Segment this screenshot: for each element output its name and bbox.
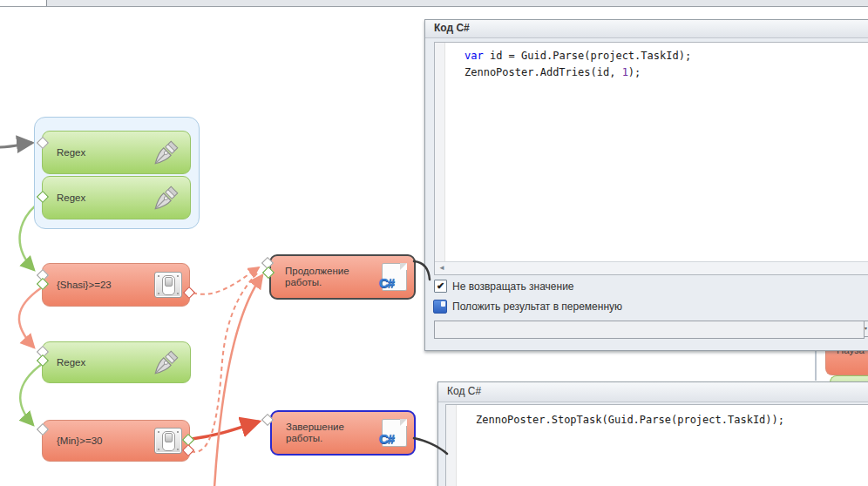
node-pause-partial[interactable]: Пауза: [825, 351, 868, 375]
code-line-2: ZennoPoster.AddTries(id, 1);: [465, 64, 865, 81]
wire-shasi-regex3[interactable]: [19, 287, 42, 348]
wire-bottom-continue[interactable]: [214, 275, 262, 486]
code-line-1: var id = Guid.Parse(project.TaskId);: [465, 48, 865, 64]
node-continue-work[interactable]: Продолжение работы. C#: [269, 254, 416, 300]
horizontal-scrollbar[interactable]: ◄: [435, 261, 868, 274]
code-line-1: ZennoPoster.StopTask(Guid.Parse(project.…: [476, 412, 865, 429]
put-result-row[interactable]: Положить результат в переменную: [433, 300, 622, 314]
checkbox-row-no-return[interactable]: ✔ Не возвращать значение: [434, 280, 574, 293]
node-regex-3[interactable]: Regex: [42, 341, 191, 383]
scroll-left-icon[interactable]: ◄: [438, 264, 445, 272]
panel-title: Код C#: [438, 382, 868, 402]
code-gutter: [446, 405, 457, 486]
code-content[interactable]: var id = Guid.Parse(project.TaskId); Zen…: [445, 43, 868, 274]
node-regex-2[interactable]: Regex: [42, 176, 191, 219]
code-editor-top[interactable]: var id = Guid.Parse(project.TaskId); Zen…: [434, 42, 868, 275]
node-if-shasi[interactable]: {Shasi}>=23: [42, 263, 190, 307]
checkbox-label: Не возвращать значение: [452, 280, 574, 293]
node-if-min[interactable]: {Min}>=30: [42, 420, 190, 462]
node-finish-work[interactable]: Завершение работы. C#: [270, 410, 416, 456]
switch-icon: [154, 272, 182, 298]
panel-code-csharp-top: Код C# var id = Guid.Parse(project.TaskI…: [424, 19, 868, 351]
node-label: Regex: [57, 147, 85, 159]
wire-in-regex1[interactable]: [0, 143, 32, 147]
switch-icon: [154, 428, 182, 454]
result-variable-input[interactable]: [434, 321, 865, 339]
csharp-file-icon: C#: [382, 419, 407, 447]
node-label: Продолжение работы.: [285, 266, 349, 288]
panel-title: Код C#: [425, 20, 868, 38]
code-content[interactable]: ZennoPoster.StopTask(Guid.Parse(project.…: [457, 405, 868, 486]
zennoposter-flow-editor: Regex Regex {Shasi}>=23 Regex: [0, 0, 868, 486]
node-regex-1[interactable]: Regex: [42, 131, 191, 174]
node-label: Regex: [57, 357, 85, 368]
put-result-label: Положить результат в переменную: [452, 300, 622, 313]
node-label: Пауза: [837, 351, 865, 355]
pen-icon: [150, 347, 183, 378]
wire-regex3-min[interactable]: [20, 364, 42, 425]
node-label: {Min}>=30: [57, 435, 102, 447]
variable-disk-icon: [433, 300, 447, 314]
csharp-file-icon: C#: [382, 263, 407, 291]
checkbox-checked-icon[interactable]: ✔: [434, 280, 447, 293]
code-editor-bottom[interactable]: ZennoPoster.StopTask(Guid.Parse(project.…: [445, 404, 868, 486]
node-label: Завершение работы.: [286, 422, 344, 444]
pen-icon: [150, 137, 183, 168]
variable-dropdown-arrow[interactable]: ▾: [864, 321, 868, 337]
code-gutter: [435, 43, 445, 274]
node-label: {Shasi}>=23: [57, 280, 112, 291]
node-label: Regex: [57, 192, 85, 204]
wire-shasi-continue-dashed[interactable]: [193, 267, 259, 294]
pen-icon: [150, 182, 183, 213]
panel-code-csharp-bottom: Код C# ZennoPoster.StopTask(Guid.Parse(p…: [437, 381, 868, 486]
wire-min-finish[interactable]: [192, 422, 259, 439]
background-connector-line: [815, 351, 817, 381]
